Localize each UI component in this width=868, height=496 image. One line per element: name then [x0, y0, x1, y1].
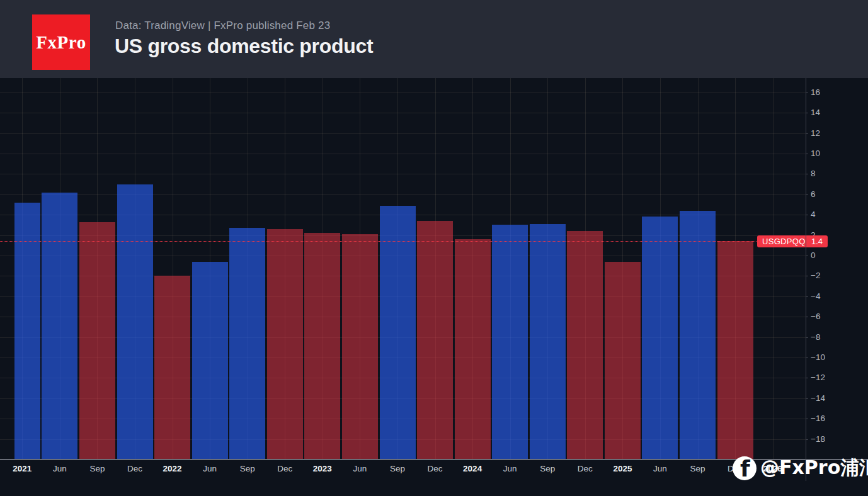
x-axis-label: Jun: [53, 464, 67, 473]
gdp-bar: [192, 262, 228, 459]
x-axis-label: 2024: [463, 464, 482, 473]
x-axis-label: Sep: [240, 464, 255, 473]
h-gridline: [0, 133, 806, 134]
h-gridline: [0, 174, 806, 174]
x-axis-label: Sep: [89, 464, 105, 473]
y-axis-label: −8: [811, 332, 820, 342]
y-axis-label: 0: [811, 251, 816, 260]
y-axis-label: 10: [811, 149, 820, 158]
gdp-bar: [642, 217, 678, 459]
y-axis-label: −6: [811, 312, 820, 321]
fxpro-logo-text: FxPro: [36, 32, 86, 53]
x-axis-label: 2025: [613, 464, 632, 473]
x-axis-label: Dec: [428, 464, 443, 473]
x-axis-label: 2023: [313, 464, 332, 473]
v-gridline: [773, 78, 774, 459]
y-axis-label: −2: [811, 271, 820, 281]
y-axis-label: −12: [811, 373, 825, 383]
price-axis-line: [806, 78, 806, 481]
x-axis-label: Jun: [353, 464, 367, 473]
gdp-bar: [492, 225, 528, 459]
gdp-bar: [267, 229, 303, 459]
y-axis-label: 6: [811, 189, 816, 199]
y-axis-label: −18: [811, 434, 825, 444]
gdp-bar: [342, 234, 378, 459]
h-gridline: [0, 154, 806, 154]
gdp-bar: [680, 211, 716, 459]
gdp-bar: [154, 276, 190, 459]
y-axis-label: 16: [811, 87, 820, 97]
x-axis-label: 2022: [163, 464, 182, 473]
x-axis-label: 2021: [13, 464, 31, 473]
y-axis-label: −10: [811, 352, 825, 362]
h-gridline: [0, 93, 806, 93]
gdp-bar: [79, 222, 115, 459]
gdp-bar: [455, 239, 491, 459]
gdp-bar: [530, 224, 566, 459]
gdp-bar: [229, 228, 265, 459]
x-axis-label: Jun: [503, 464, 517, 473]
gdp-bar: [567, 231, 603, 459]
x-axis-label: Dec: [277, 464, 292, 473]
y-axis-label: 8: [811, 169, 816, 179]
x-axis-label: Dec: [578, 464, 593, 473]
x-axis-label: Dec: [127, 464, 142, 473]
last-value-line: [0, 241, 806, 242]
watermark-text: @FxPro浦汇: [760, 455, 868, 481]
gdp-bar: [380, 206, 416, 459]
y-axis-label: −4: [811, 291, 820, 301]
y-axis-label: −14: [811, 393, 825, 403]
y-axis-label: 4: [811, 210, 816, 219]
x-axis-label: Jun: [203, 464, 217, 473]
badge-value: 1.4: [811, 237, 823, 246]
page-title: US gross domestic product: [115, 35, 373, 58]
chart-subtitle: Data: TradingView | FxPro published Feb …: [115, 20, 330, 32]
gdp-bar: [417, 221, 453, 459]
x-axis-label: Sep: [540, 464, 555, 473]
badge-symbol: USGDPQQ: [762, 237, 806, 246]
last-value-badge: USGDPQQ 1.4: [757, 235, 828, 247]
h-gridline: [0, 113, 806, 113]
x-axis-label: Sep: [390, 464, 405, 473]
x-axis-label: Sep: [690, 464, 705, 473]
gdp-bar: [304, 233, 340, 459]
gdp-bar: [117, 184, 153, 459]
chart-area: 2026DecSepJun2025DecSepJun2024DecSepJun2…: [0, 78, 868, 496]
fxpro-logo: FxPro: [32, 14, 90, 70]
watermark: f @FxPro浦汇: [733, 455, 868, 481]
gdp-bar: [717, 241, 753, 459]
y-axis-label: 14: [811, 108, 820, 117]
gdp-bar: [605, 262, 641, 459]
header-bar: FxPro Data: TradingView | FxPro publishe…: [0, 0, 868, 78]
y-axis-label: −16: [811, 414, 825, 423]
gdp-bar: [42, 193, 77, 459]
facebook-icon: f: [733, 456, 757, 480]
y-axis-label: 12: [811, 128, 820, 138]
x-axis-label: Jun: [653, 464, 667, 473]
